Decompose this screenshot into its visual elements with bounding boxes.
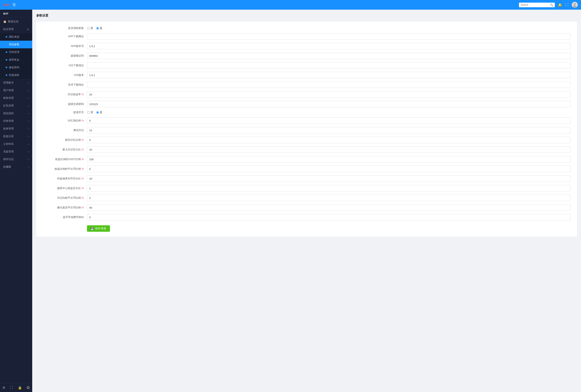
input-dividend-pool-ratio[interactable]: [87, 118, 570, 124]
input-max-consensus-percent[interactable]: [87, 146, 570, 153]
input-income-usdt-ratio[interactable]: [87, 156, 570, 162]
input-ios-download-url[interactable]: [87, 62, 570, 69]
sidebar-item-admin-accounts[interactable]: 管理账号 ›: [0, 79, 32, 86]
sidebar-item-operation-log[interactable]: 操作日志 ›: [0, 156, 32, 163]
radio-input-yes-withdraw[interactable]: [96, 111, 99, 114]
sidebar-item-order-management[interactable]: 排单管理 ›: [0, 117, 32, 125]
dot-icon: [6, 44, 7, 45]
sidebar-item-user-management[interactable]: 用户管理 ›: [0, 86, 32, 94]
search-input[interactable]: [520, 4, 549, 6]
label-consensus-rate: 共识收益率 %: [43, 92, 87, 96]
label-ios-version: IOS版本: [43, 73, 87, 77]
save-button[interactable]: 💾 保存/更新: [87, 225, 110, 232]
input-android-download-url[interactable]: [87, 82, 570, 88]
svg-point-1: [574, 3, 576, 5]
radio-input-no-force-update[interactable]: [87, 27, 90, 30]
input-app-download-url[interactable]: [87, 33, 570, 40]
form-row-income-platform-coin: 收益比例的平台币比例 %: [43, 166, 570, 172]
input-consensus-rate[interactable]: [87, 91, 570, 98]
label-income-usdt-ratio: 收益比例的USDT比例 %: [43, 158, 87, 161]
sidebar-item-deposit-withdrawal[interactable]: 充提管理 ›: [0, 148, 32, 156]
sidebar-home-label: 数据总览: [8, 20, 18, 23]
form-row-super-auth-code: 超级验证码: [43, 52, 570, 59]
input-service-income-percent[interactable]: [87, 185, 570, 192]
form-row-consensus-rate: 共识收益率 %: [43, 91, 570, 98]
sidebar-label-operation-log: 操作日志: [3, 158, 14, 161]
bell-icon[interactable]: 🔔: [558, 3, 562, 7]
sidebar-item-banner[interactable]: 轮播图 ›: [0, 163, 32, 171]
label-super-trade-password: 超级交易密码: [43, 102, 87, 106]
sidebar-item-home[interactable]: 🏠 数据总览: [0, 18, 32, 25]
form-row-income-usdt-ratio: 收益比例的USDT比例 %: [43, 156, 570, 162]
menu-toggle-icon[interactable]: ☰: [12, 2, 16, 7]
input-withdraw-fee-coin-id[interactable]: [87, 214, 570, 220]
chevron-right-icon: ›: [28, 158, 29, 161]
label-super-auth-code: 超级验证码: [43, 54, 87, 58]
input-super-trade-password[interactable]: [87, 101, 570, 107]
search-box[interactable]: 🔍: [519, 2, 555, 7]
dot-icon: [6, 59, 7, 60]
sidebar-item-lottery[interactable]: 转盘抽奖: [0, 71, 32, 79]
chevron-right-icon: ›: [28, 112, 29, 115]
settings-icon[interactable]: ⚙: [2, 386, 5, 390]
label-dividend-pool-ratio: 分红池比例 %: [43, 119, 87, 122]
sidebar-item-wallet-transfer[interactable]: 钱包划转 ›: [0, 110, 32, 117]
form-row-withdraw-fee-coin-id: 提币手续费币种ID: [43, 214, 570, 220]
input-test-consensus[interactable]: [87, 127, 570, 134]
input-shareholder-dividend[interactable]: [87, 137, 570, 143]
form-row-android-download-url: 安卓下载地址: [43, 82, 570, 88]
sidebar-item-coin-management[interactable]: 币种管理: [0, 48, 32, 56]
sidebar-item-system-params[interactable]: 系统参数: [0, 41, 32, 48]
sidebar-footer: ⚙ ⛶ 🔒 ⏻: [0, 383, 32, 392]
sidebar-group-station[interactable]: 站点管理 ∨: [0, 25, 32, 33]
sidebar-item-team-reward[interactable]: 团队奖励: [0, 33, 32, 41]
sidebar-item-announcement[interactable]: 公告快讯 ›: [0, 140, 32, 148]
sidebar-item-finance-management[interactable]: 财务管理 ›: [0, 94, 32, 102]
dot-icon: [6, 51, 7, 53]
search-icon[interactable]: 🔍: [550, 4, 553, 6]
input-lottery-deduct-percent[interactable]: [87, 175, 570, 182]
sidebar-label-admin-accounts: 管理账号: [3, 81, 14, 84]
label-android-download-url: 安卓下载地址: [43, 83, 87, 86]
input-consensus-deduct-platform[interactable]: [87, 195, 570, 201]
sidebar-item-miner-management[interactable]: 矿机管理 ›: [0, 102, 32, 110]
radio-no-force-update[interactable]: 否: [87, 26, 93, 30]
form-row-dividend-pool-ratio: 分红池比例 %: [43, 118, 570, 124]
radio-input-no-withdraw[interactable]: [87, 111, 90, 114]
input-ios-version[interactable]: [87, 72, 570, 78]
label-ios-download-url: IOS下载地址: [43, 64, 87, 67]
sidebar-label-finance-management: 财务管理: [3, 96, 14, 100]
input-liquidation-refund[interactable]: [87, 204, 570, 211]
percent-icon: %: [81, 206, 84, 209]
sidebar-item-change-password[interactable]: 修改密码: [0, 64, 32, 71]
form-actions: 💾 保存/更新: [43, 224, 570, 232]
chevron-right-icon: ›: [28, 120, 29, 122]
radio-input-yes-force-update[interactable]: [96, 27, 99, 30]
power-icon[interactable]: ⏻: [26, 386, 30, 390]
sidebar-item-grab-order[interactable]: 抢单管理 ›: [0, 125, 32, 132]
lock-icon[interactable]: 🔒: [18, 386, 22, 390]
layout: BAT 🏠 数据总览 站点管理 ∨ 团队奖励 系统参数 币种管理: [0, 10, 581, 392]
radio-yes-withdraw-switch[interactable]: 是: [96, 110, 102, 114]
input-app-version[interactable]: [87, 43, 570, 49]
form-row-app-download-url: APP下载网址: [43, 33, 570, 40]
sidebar-label-user-management: 用户管理: [3, 88, 14, 92]
input-income-platform-coin[interactable]: [87, 166, 570, 172]
svg-point-2: [573, 6, 576, 8]
form-row-ios-version: IOS版本: [43, 72, 570, 78]
sidebar-item-referral-bonus[interactable]: 推荐奖金: [0, 56, 32, 64]
percent-icon: %: [81, 93, 84, 96]
form-row-lottery-deduct-percent: 转盘抽奖扣币百分比 %: [43, 175, 570, 182]
avatar[interactable]: [572, 2, 578, 8]
form-row-service-income-percent: 服务中心收益百分比 %: [43, 185, 570, 192]
expand-icon[interactable]: ⛶: [565, 3, 568, 7]
fullscreen-icon[interactable]: ⛶: [10, 386, 13, 390]
sidebar-item-income-record[interactable]: 收益记录 ›: [0, 132, 32, 140]
radio-no-withdraw-switch[interactable]: 否: [87, 110, 93, 114]
sidebar-label-change-password: 修改密码: [9, 66, 19, 69]
sidebar-label-deposit-withdrawal: 充提管理: [3, 150, 14, 154]
chevron-down-icon: ∨: [27, 28, 29, 31]
radio-yes-force-update[interactable]: 是: [96, 26, 102, 30]
input-super-auth-code[interactable]: [87, 52, 570, 59]
label-app-version: APP版本号: [43, 44, 87, 48]
